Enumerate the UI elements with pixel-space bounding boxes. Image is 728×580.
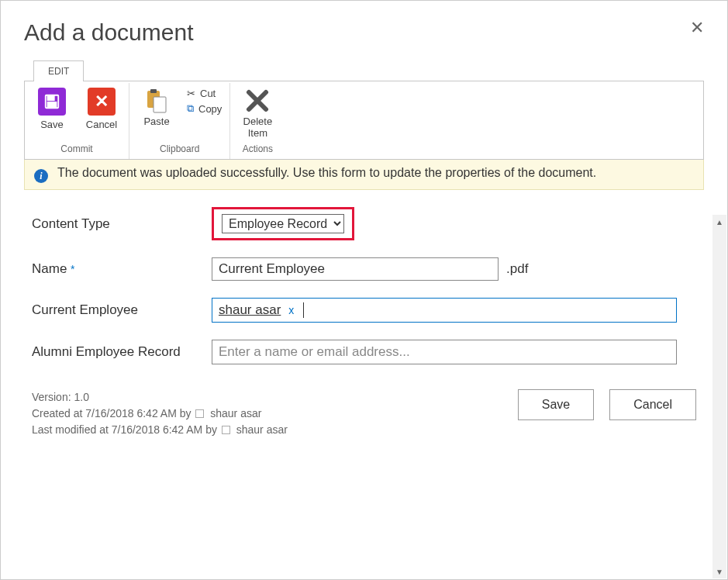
meta-created: Created at 7/16/2018 6:42 AM by shaur as…	[32, 406, 288, 422]
close-button[interactable]: ✕	[690, 18, 704, 38]
save-label: Save	[40, 119, 64, 130]
user-presence-icon	[195, 409, 204, 418]
meta-modified-prefix: Last modified at 7/16/2018 6:42 AM by	[32, 423, 217, 436]
notification-bar: i The document was uploaded successfully…	[24, 159, 704, 190]
meta-block: Version: 1.0 Created at 7/16/2018 6:42 A…	[32, 389, 288, 438]
footer-buttons: Save Cancel	[518, 389, 696, 420]
user-presence-icon	[222, 426, 230, 434]
delete-icon	[244, 88, 271, 114]
save-icon	[38, 88, 66, 116]
info-icon: i	[34, 169, 48, 183]
cut-button[interactable]: ✂ Cut	[187, 88, 222, 99]
people-tag-remove[interactable]: x	[288, 304, 294, 316]
ribbon-group-clipboard: Paste ✂ Cut ⧉ Copy Clipboard	[129, 83, 230, 159]
copy-icon: ⧉	[187, 102, 194, 115]
ribbon-body: Save ✕ Cancel Commit Paste	[24, 81, 704, 160]
scroll-down-icon[interactable]: ▼	[712, 564, 726, 578]
delete-label-1: Delete	[243, 116, 273, 127]
copy-label: Copy	[198, 103, 222, 115]
svg-rect-4	[150, 89, 157, 93]
group-label-commit: Commit	[33, 140, 121, 157]
footer-cancel-button[interactable]: Cancel	[609, 389, 696, 420]
svg-rect-5	[154, 97, 166, 112]
cancel-label: Cancel	[86, 119, 117, 130]
ribbon-group-actions: Delete Item Actions	[230, 83, 285, 159]
people-tag: shaur asar	[219, 302, 281, 318]
form-area: Content Type Employee Record Name * .pdf…	[24, 190, 704, 389]
cut-icon: ✂	[187, 88, 195, 99]
name-input[interactable]	[212, 257, 499, 281]
dialog-title: Add a document	[24, 19, 704, 46]
meta-created-user: shaur asar	[210, 407, 261, 419]
label-alumni: Alumni Employee Record	[32, 344, 212, 360]
paste-label: Paste	[143, 116, 169, 127]
alumni-input[interactable]: Enter a name or email address...	[212, 340, 677, 364]
ribbon-tabs: EDIT	[33, 60, 704, 81]
label-current-employee: Current Employee	[32, 302, 212, 318]
row-current-employee: Current Employee shaur asarx	[32, 298, 696, 323]
copy-button[interactable]: ⧉ Copy	[187, 102, 222, 115]
label-name-text: Name	[32, 261, 67, 276]
delete-label-2: Item	[248, 127, 267, 139]
group-label-clipboard: Clipboard	[137, 140, 222, 157]
label-content-type: Content Type	[32, 216, 212, 232]
meta-created-prefix: Created at 7/16/2018 6:42 AM by	[32, 407, 191, 419]
label-name: Name *	[32, 261, 212, 277]
cut-label: Cut	[200, 88, 216, 99]
people-cursor	[303, 302, 304, 318]
ribbon-group-commit: Save ✕ Cancel Commit	[25, 83, 129, 159]
save-button[interactable]: Save	[33, 88, 71, 130]
delete-item-button[interactable]: Delete Item	[238, 88, 277, 139]
content-type-highlight: Employee Record	[212, 207, 354, 240]
scroll-up-icon[interactable]: ▲	[712, 215, 726, 229]
alumni-placeholder: Enter a name or email address...	[219, 344, 410, 360]
name-extension: .pdf	[506, 261, 528, 277]
group-label-actions: Actions	[238, 140, 277, 157]
required-asterisk: *	[71, 263, 74, 275]
current-employee-input[interactable]: shaur asarx	[212, 298, 677, 323]
footer-save-button[interactable]: Save	[518, 389, 594, 420]
tab-edit[interactable]: EDIT	[33, 60, 84, 81]
scrollbar[interactable]: ▲ ▼	[712, 215, 726, 578]
meta-version: Version: 1.0	[32, 389, 288, 406]
svg-rect-1	[48, 96, 54, 101]
notification-text: The document was uploaded successfully. …	[57, 166, 596, 180]
meta-modified-user: shaur asar	[236, 423, 288, 436]
cancel-button[interactable]: ✕ Cancel	[82, 88, 121, 130]
footer: Version: 1.0 Created at 7/16/2018 6:42 A…	[24, 389, 704, 446]
paste-button[interactable]: Paste	[137, 88, 176, 127]
row-content-type: Content Type Employee Record	[32, 207, 696, 240]
row-name: Name * .pdf	[32, 257, 696, 281]
paste-icon	[143, 88, 171, 116]
meta-modified: Last modified at 7/16/2018 6:42 AM by sh…	[32, 422, 288, 438]
dialog-container: ✕ Add a document EDIT Save ✕ Cancel Comm…	[1, 1, 727, 461]
cancel-icon: ✕	[88, 88, 116, 116]
svg-rect-2	[48, 102, 57, 107]
row-alumni: Alumni Employee Record Enter a name or e…	[32, 340, 696, 364]
content-type-select[interactable]: Employee Record	[222, 214, 344, 233]
